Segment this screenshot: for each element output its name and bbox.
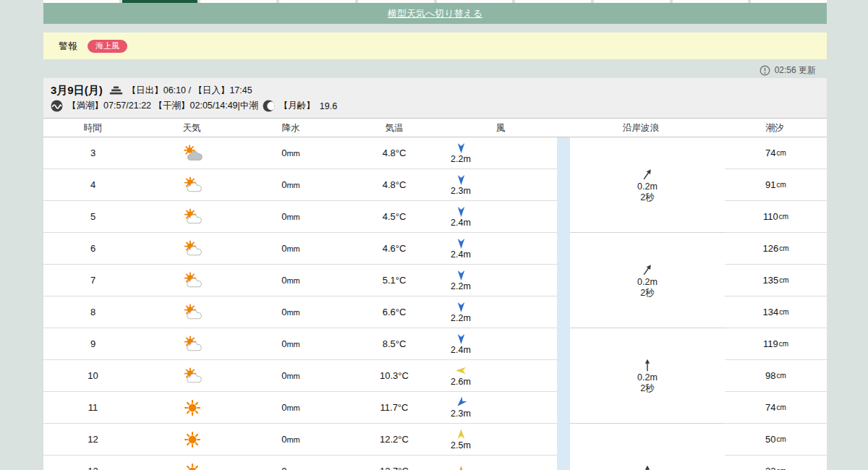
table-row: 13 0mm 12.7°C — [43, 456, 557, 470]
hour-cell: 7 — [43, 275, 142, 286]
table-row: 9 0mm 8.5°C 2.4m — [43, 328, 557, 360]
weather-icon — [182, 270, 203, 291]
weather-icon — [182, 430, 203, 450]
wave-group-cell: 0.2m 2秒 — [570, 137, 725, 233]
precip-cell: 0mm — [242, 243, 340, 254]
wind-wrap: 2.3m — [448, 173, 473, 196]
wind-wrap: 2.2m — [448, 141, 473, 164]
tide-cell: 33cm — [725, 456, 827, 470]
warning-badge[interactable]: 海上風 — [88, 40, 127, 53]
weather-icon — [182, 175, 203, 195]
table-row: 4 0mm 4.8°C 2.3m — [43, 169, 557, 201]
tide-value: 98 — [765, 370, 775, 381]
temp-cell: 8.5°C — [340, 338, 448, 349]
precip-unit: mm — [286, 244, 299, 253]
tide-unit: cm — [779, 276, 788, 284]
weather-icon — [182, 398, 203, 418]
wind-wrap: 2.4m — [448, 205, 473, 228]
wave-group-cell: 0.2m 2秒 — [570, 328, 725, 424]
col-header-tide: 潮汐 — [766, 121, 784, 134]
weather-cell — [142, 398, 242, 418]
wave-direction-arrow — [642, 358, 653, 372]
hour-cell: 10 — [43, 370, 142, 381]
tide-cell: 126cm — [725, 233, 827, 265]
date-header-line2: 【満潮】07:57/21:22 【干潮】02:05/14:49|中潮 【月齢】 … — [51, 100, 827, 112]
temp-cell: 4.8°C — [340, 148, 448, 158]
wind-cell: 2.4m — [448, 205, 557, 228]
col-header-time: 時間 — [84, 121, 102, 134]
tide-unit: cm — [777, 181, 786, 189]
precip-unit: mm — [286, 467, 299, 470]
weather-icon — [182, 334, 203, 354]
view-switch-bar: 横型天気へ切り替える — [43, 3, 827, 24]
tide-unit: cm — [779, 244, 788, 252]
col-header-wind: 風 — [496, 121, 506, 134]
tide-value: 91 — [765, 179, 775, 190]
wind-speed: 2.4m — [451, 346, 471, 355]
weather-cell — [142, 366, 242, 386]
sunrise-sunset-text: 【日出】06:10 / 【日入】17:45 — [127, 85, 252, 97]
wind-direction-arrow — [456, 300, 467, 314]
precip-unit: mm — [286, 276, 299, 285]
precip-unit: mm — [286, 340, 299, 349]
hour-cell: 12 — [43, 434, 142, 445]
weather-cell — [142, 302, 242, 322]
moon-phase-icon — [263, 100, 275, 112]
hour-cell: 5 — [43, 211, 142, 222]
hour-cell: 4 — [43, 179, 142, 190]
hour-cell: 9 — [43, 338, 142, 349]
tide-value: 74 — [765, 402, 775, 413]
weather-icon — [182, 366, 203, 386]
precip-cell: 0mm — [242, 338, 340, 349]
table-row: 7 0mm 5.1°C 2.2m — [43, 265, 557, 296]
wind-wrap: 2.2m — [448, 300, 473, 323]
wind-cell: 2.5m — [448, 427, 557, 450]
table-row: 10 0mm 10.3°C 2.6m — [43, 360, 557, 392]
tide-cell: 134cm — [725, 296, 827, 328]
tide-value: 50 — [765, 434, 775, 445]
tide-unit: cm — [779, 308, 788, 316]
wind-speed: 2.6m — [451, 377, 471, 387]
wind-speed: 2.2m — [451, 155, 471, 164]
tide-unit: cm — [777, 403, 786, 411]
wave-direction-arrow — [642, 464, 653, 470]
wind-cell: 2.2m — [448, 268, 557, 291]
date-title: 3月9日(月) — [51, 84, 103, 98]
hourly-weather-table: 時間 天気 降水 気温 風 沿岸波浪 潮汐 3 0mm 4.8°C 2.2m 4 — [43, 118, 827, 470]
tide-cell: 110cm — [725, 201, 827, 233]
wind-speed: 2.4m — [451, 250, 471, 260]
moon-age-label: 【月齢】 — [279, 100, 315, 112]
weather-icon — [182, 207, 203, 227]
tide-unit: cm — [777, 149, 786, 157]
wind-wrap: 2.4m — [448, 332, 473, 355]
col-header-waves: 沿岸波浪 — [623, 121, 659, 134]
weather-cell — [142, 430, 242, 450]
precip-unit: mm — [286, 435, 299, 444]
temp-cell: 10.3°C — [340, 370, 448, 381]
wave-period: 2秒 — [640, 288, 654, 298]
tide-unit: cm — [779, 340, 788, 348]
weather-cell — [142, 334, 242, 354]
table-row: 8 0mm 6.6°C 2.2m — [43, 296, 557, 328]
table-body: 3 0mm 4.8°C 2.2m 4 0mm 4.8°C 2.3m — [43, 137, 827, 470]
precip-unit: mm — [286, 181, 299, 189]
update-line: 02:56 更新 — [43, 64, 827, 77]
update-time: 02:56 更新 — [775, 64, 816, 77]
precip-cell: 0mm — [242, 466, 340, 470]
temp-cell: 11.7°C — [340, 402, 448, 413]
switch-view-link[interactable]: 横型天気へ切り替える — [388, 7, 482, 20]
hour-cell: 8 — [43, 307, 142, 317]
tide-times-text: 【満潮】07:57/21:22 【干潮】02:05/14:49|中潮 — [67, 100, 258, 112]
tide-unit: cm — [777, 435, 786, 443]
temp-cell: 12.7°C — [340, 466, 448, 470]
wind-wrap: 2.4m — [448, 236, 473, 260]
info-icon — [760, 65, 770, 76]
weather-cell — [142, 143, 242, 163]
wind-direction-arrow — [456, 268, 467, 282]
temp-cell: 4.8°C — [340, 179, 448, 190]
precip-unit: mm — [286, 403, 299, 412]
precip-cell: 0mm — [242, 402, 340, 413]
wind-direction-arrow — [456, 236, 467, 250]
table-row: 6 0mm 4.6°C 2.4m — [43, 233, 557, 265]
wave-period: 2秒 — [640, 383, 654, 393]
